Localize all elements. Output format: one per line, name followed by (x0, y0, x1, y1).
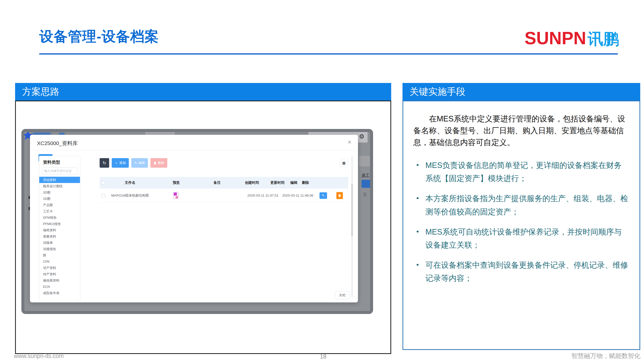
doc-type-item[interactable]: 试模报告 (39, 246, 80, 252)
refresh-button[interactable]: ↻ (100, 158, 109, 168)
grid-icon: ▦ (342, 161, 345, 165)
settings-gears-icon: ⚙ (359, 133, 365, 140)
doc-type-item[interactable]: 启动资料 (39, 177, 80, 183)
pencil-icon: ✎ (322, 194, 325, 197)
bullet-item: MES系统可自动统计设备维护保养记录，并按时间顺序与设备建立关联； (413, 225, 629, 252)
app-screenshot: ⚙ 员工 页 XC25000_资料库 × 新模 资料类型 (24, 132, 370, 311)
doc-type-item[interactable]: 转产资料 (39, 271, 80, 277)
background-input-fragment (359, 156, 370, 166)
delete-button[interactable]: 删除 (150, 158, 167, 168)
edit-label: 编辑 (138, 161, 145, 165)
delete-label: 删除 (158, 161, 164, 165)
file-preview-thumbnail[interactable] (173, 192, 178, 199)
row-edit-button[interactable]: ✎ (319, 192, 327, 199)
doc-type-item[interactable]: 编程资料 (39, 227, 80, 233)
modal-header: XC25000_资料库 × (30, 135, 358, 150)
modal-title: XC25000_资料库 (37, 140, 78, 147)
doc-type-item[interactable]: 成型条件表 (39, 290, 80, 296)
background-staff-label: 员工 (361, 173, 370, 178)
doc-type-item[interactable]: 辉 (39, 252, 80, 258)
intro-paragraph: 在MES系统中定义要进行管理的设备，包括设备编号、设备名称、设备型号、出厂日期、… (413, 113, 629, 148)
bullet-list: MES负责设备信息的简单登记，更详细的设备档案在财务系统【固定资产】模块进行； … (413, 159, 629, 285)
left-panel-title: 方案思路 (22, 85, 59, 98)
logo-text-en: SUNPN (525, 28, 586, 48)
modal-scrollbar (351, 156, 353, 297)
refresh-icon: ↻ (103, 161, 106, 165)
left-panel-header: 方案思路 (15, 83, 391, 101)
column-header: 文件名 (107, 180, 153, 185)
edit-button[interactable]: ✎编辑 (131, 158, 148, 168)
doc-type-search-input[interactable] (42, 167, 77, 174)
background-button-fragment (361, 180, 370, 188)
bullet-item: 本方案所指设备指为生产提供服务的生产、组装、电器、检测等价值较高的固定资产； (413, 192, 629, 218)
footer-slogan: 智慧融万物，赋能数智化 (571, 352, 640, 360)
row-delete-button[interactable] (336, 192, 343, 199)
scrollbar-thumb[interactable] (351, 184, 353, 237)
column-header: 编辑 (286, 180, 302, 185)
doc-type-item[interactable]: 2D图 (39, 196, 80, 202)
doc-type-panel: 资料类型 启动资料 模具设计图纸 3D图 2D图 (39, 156, 80, 301)
library-modal: XC25000_资料库 × 新模 资料类型 启动资料 模具设计图纸 (30, 135, 358, 302)
bullet-item: MES负责设备信息的简单登记，更详细的设备档案在财务系统【固定资产】模块进行； (413, 159, 629, 185)
title-underline (39, 53, 618, 55)
column-header: 预览 (153, 180, 199, 185)
doc-type-item[interactable]: 修改模资料 (39, 277, 80, 284)
created-at-cell: 2025-03-11 11:47:51 (245, 194, 280, 197)
row-checkbox[interactable] (102, 194, 105, 197)
slide: 设备管理-设备档案 SUNPN 讯鹏 方案思路 ⚙ 员工 (0, 0, 644, 362)
modal-close-button[interactable]: 关闭 (335, 291, 349, 299)
doc-type-list: 启动资料 模具设计图纸 3D图 2D图 产品图 工艺卡 (39, 177, 80, 296)
pencil-icon: ✎ (134, 161, 137, 165)
background-page-label: 页 (363, 192, 367, 197)
left-panel-body: ⚙ 员工 页 XC25000_资料库 × 新模 资料类型 (15, 101, 391, 354)
page-number: 18 (320, 353, 327, 360)
trash-icon (153, 161, 156, 165)
logo-text-cn: 讯鹏 (588, 28, 619, 50)
plus-icon: ＋ (115, 161, 118, 165)
doc-type-item[interactable]: DFM报告 (39, 214, 80, 221)
doc-type-item[interactable]: 工艺卡 (39, 208, 80, 214)
file-table: 文件名 预览 备注 创建时间 更新时间 编辑 (100, 177, 348, 203)
right-panel-header: 关键实施手段 (403, 83, 640, 101)
modal-close-icon[interactable]: × (348, 139, 351, 145)
doc-type-item[interactable]: 3D图 (39, 189, 80, 196)
company-logo: SUNPN 讯鹏 (525, 28, 619, 50)
right-panel-title: 关键实施手段 (410, 85, 465, 98)
right-panel-body: 在MES系统中定义要进行管理的设备，包括设备编号、设备名称、设备型号、出厂日期、… (403, 101, 640, 350)
doc-type-title: 资料类型 (39, 156, 80, 167)
doc-type-item[interactable]: 试模单 (39, 240, 80, 246)
column-header: 备注 (199, 180, 235, 185)
footer-url: www.sunpn-its.com (14, 353, 64, 359)
add-label: 添加 (119, 161, 126, 165)
column-settings-button[interactable]: ▦ (340, 159, 348, 167)
trash-icon (338, 194, 341, 197)
add-button[interactable]: ＋添加 (112, 158, 129, 168)
app-screenshot-frame: ⚙ 员工 页 XC25000_资料库 × 新模 资料类型 (21, 129, 373, 314)
table-header-row: 文件名 预览 备注 创建时间 更新时间 编辑 (100, 177, 348, 189)
page-title: 设备管理-设备档案 (39, 27, 159, 46)
doc-type-item[interactable]: 产品图 (39, 202, 80, 208)
column-header: 创建时间 (235, 180, 269, 185)
select-all-checkbox[interactable] (102, 181, 105, 185)
file-name-cell: MAPO16模体电极结构图 (107, 193, 153, 198)
column-header: 更新时间 (269, 180, 286, 185)
bullet-item: 可在设备档案中查询到设备更换备件记录、停机记录、维修记录等内容； (413, 259, 629, 285)
table-toolbar: ↻ ＋添加 ✎编辑 删除 ▦ (100, 158, 348, 168)
doc-type-item[interactable]: 试产资料 (39, 265, 80, 271)
doc-type-item[interactable]: PFMEA报告 (39, 221, 80, 227)
doc-type-item[interactable]: 测量资料 (39, 233, 80, 240)
doc-type-item[interactable]: 模具设计图纸 (39, 183, 80, 189)
table-row[interactable]: MAPO16模体电极结构图 2025-03-11 11:47:51 2025-0… (100, 189, 348, 203)
updated-at-cell: 2025-03-11 11:48:06 (280, 194, 315, 197)
column-header: 删除 (302, 180, 309, 185)
doc-type-item[interactable]: CPK (39, 258, 80, 265)
doc-type-item[interactable]: ECN (39, 284, 80, 290)
